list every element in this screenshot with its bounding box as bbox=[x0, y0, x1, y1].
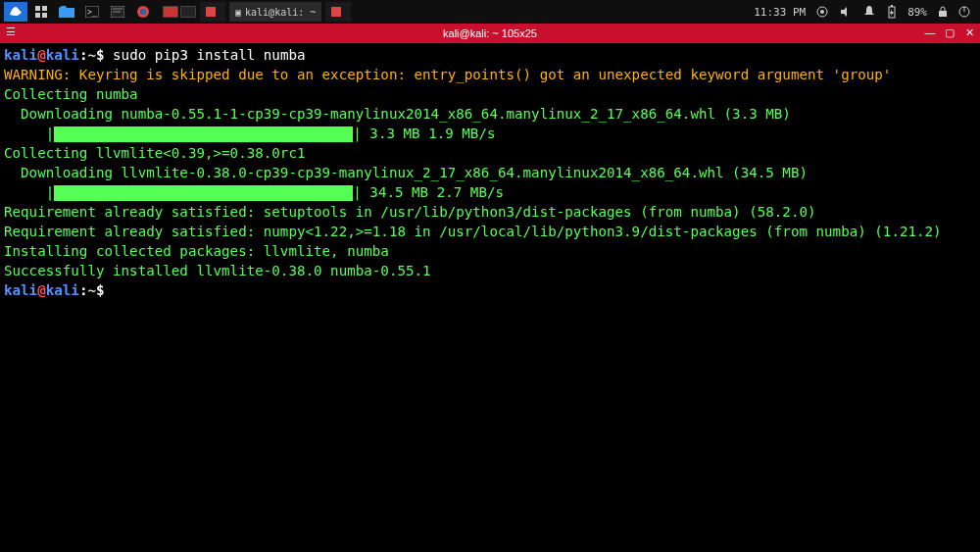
svg-rect-14 bbox=[891, 5, 893, 7]
terminal-titlebar[interactable]: ☰ kali@kali: ~ 105x25 — ▢ ✕ bbox=[0, 24, 980, 43]
svg-point-10 bbox=[140, 9, 146, 15]
notification-icon[interactable] bbox=[862, 5, 876, 19]
text-editor-icon[interactable] bbox=[106, 2, 129, 22]
warning-line: WARNING: Keyring is skipped due to an ex… bbox=[4, 67, 891, 82]
svg-rect-0 bbox=[35, 6, 40, 11]
workspace-switcher[interactable] bbox=[163, 6, 196, 18]
show-desktop-icon[interactable] bbox=[29, 2, 53, 22]
prompt-dollar: $ bbox=[96, 47, 113, 63]
lock-icon[interactable] bbox=[937, 6, 949, 18]
panel-left: >_ ▣ kali@kali: ~ bbox=[4, 2, 351, 22]
task-thumb-icon bbox=[331, 7, 341, 17]
taskbar-label: kali@kali: ~ bbox=[245, 7, 316, 18]
terminal-body[interactable]: kali@kali:~$ sudo pip3 install numba WAR… bbox=[0, 43, 980, 302]
progress-bar bbox=[54, 126, 353, 142]
progress-info: 34.5 MB 2.7 MB/s bbox=[369, 184, 504, 200]
progress-bar bbox=[54, 185, 353, 201]
taskbar-item-terminal[interactable]: ▣ kali@kali: ~ bbox=[229, 2, 321, 22]
minimize-button[interactable]: — bbox=[923, 25, 937, 39]
terminal-launcher-icon[interactable]: >_ bbox=[80, 2, 104, 22]
svg-point-12 bbox=[820, 10, 824, 14]
progress-pipe: | bbox=[4, 184, 54, 200]
file-manager-icon[interactable] bbox=[55, 2, 78, 22]
close-button[interactable]: ✕ bbox=[962, 25, 976, 39]
prompt-user: kali bbox=[4, 282, 37, 298]
progress-info: 3.3 MB 1.9 MB/s bbox=[369, 125, 495, 141]
prompt-path: ~ bbox=[87, 47, 96, 63]
workspace-2[interactable] bbox=[180, 6, 196, 18]
recorder-icon[interactable] bbox=[815, 5, 829, 19]
taskbar-item-1[interactable] bbox=[200, 2, 225, 22]
top-panel: >_ ▣ kali@kali: ~ 11:33 PM bbox=[0, 0, 980, 24]
progress-pipe: | bbox=[353, 125, 369, 141]
battery-icon[interactable] bbox=[886, 5, 898, 19]
volume-icon[interactable] bbox=[839, 5, 853, 19]
terminal-window: ☰ kali@kali: ~ 105x25 — ▢ ✕ kali@kali:~$… bbox=[0, 24, 980, 552]
svg-text:>_: >_ bbox=[87, 8, 97, 17]
output-line: Downloading llvmlite-0.38.0-cp39-cp39-ma… bbox=[4, 165, 808, 180]
prompt-at: @ bbox=[37, 47, 46, 63]
prompt-host: kali bbox=[46, 47, 79, 63]
output-line: Downloading numba-0.55.1-1-cp39-cp39-man… bbox=[4, 106, 791, 122]
panel-right: 11:33 PM 89% bbox=[754, 5, 976, 19]
titlebar-menu-icon[interactable]: ☰ bbox=[6, 25, 16, 38]
output-line: Installing collected packages: llvmlite,… bbox=[4, 243, 389, 259]
output-line: Requirement already satisfied: setuptool… bbox=[4, 204, 816, 220]
command-text: sudo pip3 install numba bbox=[113, 47, 305, 63]
task-thumb-icon bbox=[206, 7, 216, 17]
svg-rect-1 bbox=[42, 6, 47, 11]
power-icon[interactable] bbox=[958, 6, 970, 18]
maximize-button[interactable]: ▢ bbox=[943, 25, 956, 39]
output-line: Collecting llvmlite<0.39,>=0.38.0rc1 bbox=[4, 145, 306, 161]
output-line: Requirement already satisfied: numpy<1.2… bbox=[4, 224, 942, 239]
output-line: Collecting numba bbox=[4, 86, 138, 102]
window-title: kali@kali: ~ 105x25 bbox=[443, 27, 537, 39]
svg-rect-2 bbox=[35, 13, 40, 18]
output-line: Successfully installed llvmlite-0.38.0 n… bbox=[4, 263, 431, 278]
taskbar-item-3[interactable] bbox=[325, 2, 351, 22]
browser-icon[interactable] bbox=[131, 2, 155, 22]
svg-rect-3 bbox=[42, 13, 47, 18]
progress-pipe: | bbox=[353, 184, 369, 200]
battery-percent: 89% bbox=[907, 6, 927, 19]
window-controls: — ▢ ✕ bbox=[923, 25, 976, 39]
workspace-1[interactable] bbox=[163, 6, 178, 18]
prompt-user: kali bbox=[4, 47, 37, 63]
prompt-dollar: $ bbox=[96, 282, 113, 298]
terminal-thumb-icon: ▣ bbox=[235, 7, 241, 18]
prompt-host: kali bbox=[46, 282, 79, 298]
prompt-at: @ bbox=[37, 282, 46, 298]
app-menu-icon[interactable] bbox=[4, 2, 27, 22]
progress-pipe: | bbox=[4, 125, 54, 141]
svg-rect-15 bbox=[939, 11, 947, 17]
prompt-path: ~ bbox=[87, 282, 96, 298]
clock[interactable]: 11:33 PM bbox=[754, 6, 806, 19]
